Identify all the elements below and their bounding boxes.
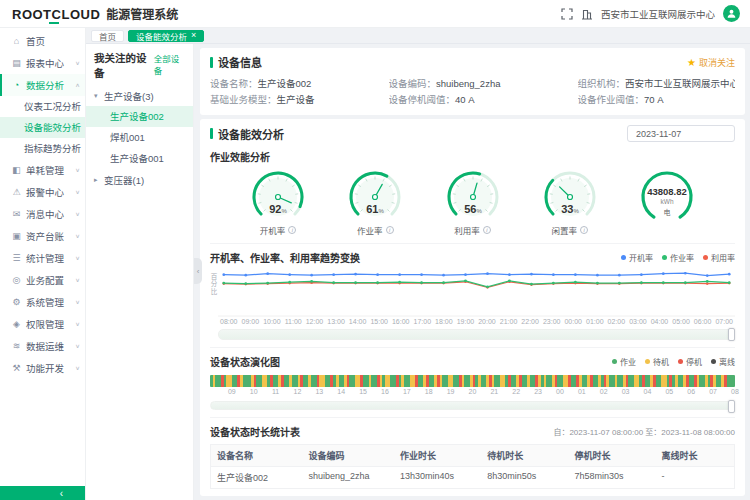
- device-info-card: 设备信息 ★ 取消关注 设备名称：生产设备002 设备编码：shuibeng_2…: [200, 48, 745, 115]
- sidebar-item-dataops[interactable]: ≋数据运维∨: [0, 335, 85, 357]
- dataops-icon: ≋: [11, 341, 22, 351]
- device-info-title: 设备信息: [218, 54, 687, 70]
- trend-chart: 百分比 08:0009:0010:0011:0012:0013:0014:001…: [210, 269, 735, 340]
- caret-icon: ▾: [94, 92, 101, 100]
- field-base-model: 基础业务模型：生产设备: [210, 92, 389, 108]
- sidebar-item-system[interactable]: ⚙系统管理∨: [0, 291, 85, 313]
- tree-leaf[interactable]: 生产设备002: [86, 106, 193, 127]
- sidebar-item-business[interactable]: ◎业务配置∨: [0, 269, 85, 291]
- efficiency-card: 设备能效分析 作业效能分析 92% 开机率i 61% 作业率i 56% 利用: [200, 119, 745, 496]
- top-header: ROOTCLOUD 能源管理系统 西安市工业互联网展示中心: [0, 0, 750, 28]
- sidebar-item-report[interactable]: ▤报表中心∨: [0, 52, 85, 74]
- table-row: 生产设备002shuibeng_2zha13h30min40s8h30min50…: [211, 467, 734, 489]
- duration-table-title: 设备状态时长统计表: [210, 424, 300, 439]
- sidebar-item-asset[interactable]: ▣资产台账∨: [0, 225, 85, 247]
- home-icon: ⌂: [11, 36, 22, 46]
- svg-text:43808.82: 43808.82: [647, 186, 687, 197]
- field-device-code: 设备编码：shuibeng_2zha: [389, 76, 578, 92]
- sidebar-item-consumption[interactable]: ◧单耗管理∨: [0, 159, 85, 181]
- legend-dot: [711, 359, 716, 364]
- legend-item[interactable]: 停机: [678, 356, 702, 367]
- business-icon: ◎: [11, 275, 22, 285]
- legend-dot: [621, 255, 626, 260]
- stats-icon: ☰: [11, 253, 22, 263]
- tab-1[interactable]: 设备能效分析×: [128, 30, 204, 42]
- tree-leaf[interactable]: 焊机001: [86, 127, 193, 148]
- field-organization: 组织机构：西安市工业互联网展示中心: [578, 76, 736, 92]
- trend-legend: 开机率作业率利用率: [621, 252, 735, 263]
- info-icon[interactable]: i: [580, 226, 588, 234]
- trend-datazoom-slider[interactable]: [218, 329, 735, 340]
- device-panel: 我关注的设备 全部设备 ▾生产设备(3)生产设备002焊机001生产设备001▸…: [86, 44, 194, 500]
- date-picker-input[interactable]: [627, 125, 735, 142]
- field-work-threshold: 设备作业阈值：70 A: [578, 92, 736, 108]
- trend-x-axis: 08:0009:0010:0011:0012:0013:0014:0015:00…: [218, 318, 735, 325]
- close-icon[interactable]: ×: [191, 31, 196, 40]
- dev-icon: ⚒: [11, 363, 22, 373]
- tree-node[interactable]: ▸变压器(1): [86, 169, 193, 190]
- gauge-作业率: 61% 作业率i: [333, 168, 417, 236]
- legend-item[interactable]: 待机: [645, 356, 669, 367]
- sidebar-item-dev[interactable]: ⚒功能开发∨: [0, 357, 85, 379]
- info-icon[interactable]: i: [483, 226, 491, 234]
- info-icon[interactable]: i: [386, 226, 394, 234]
- legend-dot: [678, 359, 683, 364]
- legend-item[interactable]: 离线: [711, 356, 735, 367]
- legend-item[interactable]: 作业: [612, 356, 636, 367]
- gauge-利用率: 56% 利用率i: [431, 168, 515, 236]
- asset-icon: ▣: [11, 231, 22, 241]
- chevron-down-icon: ∨: [75, 299, 80, 305]
- sidebar-item-stats[interactable]: ☰统计管理∨: [0, 247, 85, 269]
- sidebar-item-permission[interactable]: ◈权限管理∨: [0, 313, 85, 335]
- chevron-down-icon: ∨: [75, 321, 80, 327]
- message-icon: ✉: [11, 209, 22, 219]
- chevron-down-icon: ∨: [75, 211, 80, 217]
- chevron-down-icon: ∨: [75, 167, 80, 173]
- section-accent-bar: [210, 57, 213, 68]
- system-icon: ⚙: [11, 297, 22, 307]
- device-info-fields: 设备名称：生产设备002 设备编码：shuibeng_2zha 组织机构：西安市…: [210, 76, 735, 108]
- svg-text:kWh: kWh: [661, 198, 674, 205]
- status-chart-title: 设备状态演化图: [210, 354, 280, 369]
- datazoom-handle[interactable]: [728, 400, 735, 413]
- legend-item[interactable]: 作业率: [662, 252, 694, 263]
- fullscreen-icon[interactable]: [561, 8, 573, 20]
- sidebar-collapse-button[interactable]: ‹: [0, 486, 85, 500]
- field-stop-threshold: 设备停机阈值：40 A: [389, 92, 578, 108]
- chevron-up-icon: ∧: [75, 82, 80, 88]
- trend-y-axis-label: 百分比: [208, 273, 218, 296]
- legend-item[interactable]: 开机率: [621, 252, 653, 263]
- sidebar: ⌂首页▤报表中心∨◔数据分析∧仪表工况分析设备能效分析指标趋势分析◧单耗管理∨⚠…: [0, 28, 86, 500]
- sidebar-subitem[interactable]: 仪表工况分析: [0, 96, 85, 117]
- sidebar-item-home[interactable]: ⌂首页: [0, 30, 85, 52]
- status-datazoom-slider[interactable]: [210, 401, 735, 410]
- efficiency-title: 设备能效分析: [218, 126, 627, 142]
- field-device-name: 设备名称：生产设备002: [210, 76, 389, 92]
- unfollow-button[interactable]: ★ 取消关注: [687, 56, 735, 69]
- gauge-闲置率: 33% 闲置率i: [528, 168, 612, 236]
- info-icon[interactable]: i: [288, 226, 296, 234]
- logo: ROOTCLOUD 能源管理系统: [12, 5, 178, 22]
- building-icon: [581, 8, 593, 20]
- legend-dot: [662, 255, 667, 260]
- sidebar-item-analysis[interactable]: ◔数据分析∧: [0, 74, 85, 96]
- table-header-row: 设备名称设备编码作业时长待机时长停机时长离线时长: [211, 445, 734, 467]
- datazoom-handle[interactable]: [728, 328, 735, 341]
- tree-leaf[interactable]: 生产设备001: [86, 148, 193, 169]
- org-name: 西安市工业互联网展示中心: [601, 7, 715, 21]
- caret-icon: ▸: [94, 176, 101, 184]
- sidebar-item-message[interactable]: ✉消息中心∨: [0, 203, 85, 225]
- sidebar-item-alarm[interactable]: ⚠报警中心∨: [0, 181, 85, 203]
- main-content: ‹ 设备信息 ★ 取消关注 设备名称：生产设备002 设备编: [194, 44, 750, 500]
- all-devices-link[interactable]: 全部设备: [154, 52, 186, 76]
- legend-item[interactable]: 利用率: [703, 252, 735, 263]
- user-avatar[interactable]: [723, 5, 740, 22]
- alarm-icon: ⚠: [11, 187, 22, 197]
- logo-text: ROOTCLOUD: [12, 7, 100, 22]
- chevron-down-icon: ∨: [75, 365, 80, 371]
- sidebar-subitem[interactable]: 指标趋势分析: [0, 138, 85, 159]
- tab-0[interactable]: 首页: [91, 30, 124, 42]
- tree-node[interactable]: ▾生产设备(3): [86, 85, 193, 106]
- panel-collapse-handle[interactable]: ‹: [194, 258, 202, 284]
- sidebar-subitem[interactable]: 设备能效分析: [0, 117, 85, 138]
